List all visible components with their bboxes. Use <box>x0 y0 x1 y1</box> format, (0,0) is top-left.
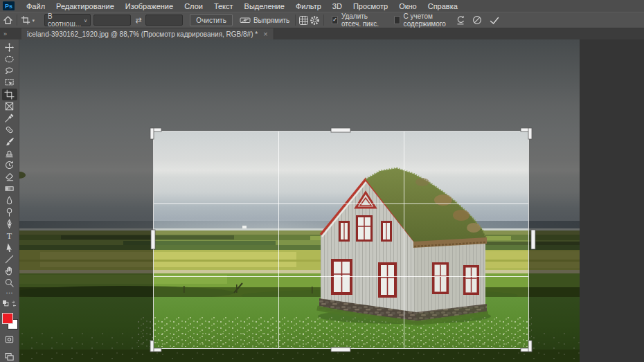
menu-view[interactable]: Просмотр <box>348 2 393 10</box>
dodge-tool[interactable] <box>2 206 17 218</box>
document-tab-bar: » iceland-3930162_1920.jpg @ 88,7% (Прос… <box>0 28 644 39</box>
crop-tool[interactable] <box>2 89 17 100</box>
object-selection-tool[interactable] <box>2 77 17 89</box>
foreground-color-swatch[interactable] <box>2 313 13 324</box>
chevron-down-icon: ▾ <box>32 18 35 23</box>
cancel-crop-icon[interactable] <box>472 15 482 25</box>
line-tool[interactable] <box>2 253 17 265</box>
hand-tool[interactable] <box>2 265 17 277</box>
quick-mask-tool[interactable] <box>2 334 17 345</box>
home-icon[interactable] <box>3 15 14 25</box>
history-brush-tool[interactable] <box>2 159 17 171</box>
clone-stamp-tool[interactable] <box>2 147 17 159</box>
menu-3d[interactable]: 3D <box>327 2 348 10</box>
straighten-button[interactable]: Выпрямить <box>240 16 289 24</box>
swap-dimensions-icon[interactable]: ⇄ <box>135 16 141 25</box>
menu-image[interactable]: Изображение <box>120 2 179 10</box>
crop-width-input[interactable] <box>93 15 131 26</box>
pen-tool[interactable] <box>2 218 17 230</box>
svg-text:T: T <box>7 231 12 241</box>
photoshop-logo: Ps <box>3 1 15 10</box>
content-aware-label: С учетом содержимого <box>404 12 450 28</box>
menu-select[interactable]: Выделение <box>239 2 290 10</box>
type-tool[interactable]: T <box>2 230 17 242</box>
clear-button[interactable]: Очистить <box>190 14 233 26</box>
separator <box>295 15 296 26</box>
move-tool[interactable] <box>2 42 17 53</box>
menu-layers[interactable]: Слои <box>179 2 208 10</box>
eyedropper-tool[interactable] <box>2 112 17 124</box>
document-image[interactable] <box>19 39 580 362</box>
document-tab-title: iceland-3930162_1920.jpg @ 88,7% (Просмо… <box>27 30 258 38</box>
crop-ratio-select[interactable]: В соотнош... ∨ <box>44 14 91 26</box>
content-aware-checkbox[interactable]: ✓ С учетом содержимого <box>394 12 450 28</box>
crop-height-input[interactable] <box>145 15 183 26</box>
canvas-area[interactable] <box>19 39 644 362</box>
reset-crop-icon[interactable] <box>456 15 465 25</box>
crop-tool-preset[interactable]: ▾ <box>21 15 35 25</box>
menu-filter[interactable]: Фильтр <box>290 2 327 10</box>
close-tab-icon[interactable]: × <box>263 30 267 38</box>
eraser-tool[interactable] <box>2 171 17 183</box>
frame-tool[interactable] <box>2 100 17 112</box>
chevron-down-icon: ∨ <box>84 18 87 23</box>
separator <box>17 15 17 26</box>
checkbox-icon: ✓ <box>332 16 338 24</box>
menu-bar: Ps Файл Редактирование Изображение Слои … <box>0 0 644 12</box>
separator <box>323 15 324 26</box>
menu-type[interactable]: Текст <box>208 2 239 10</box>
menu-file[interactable]: Файл <box>21 2 51 10</box>
marquee-tool[interactable] <box>2 53 17 65</box>
delete-cropped-pixels-checkbox[interactable]: ✓ Удалить отсеч. пикс. <box>332 12 383 28</box>
blur-tool[interactable] <box>2 194 17 206</box>
gradient-tool[interactable] <box>2 183 17 194</box>
crop-icon <box>21 15 30 25</box>
default-and-swap-colors-icon[interactable] <box>2 298 17 311</box>
path-selection-tool[interactable] <box>2 242 17 253</box>
workspace: T … <box>0 39 644 362</box>
straighten-level-icon <box>240 16 251 24</box>
spot-healing-brush-tool[interactable] <box>2 124 17 136</box>
checkbox-icon: ✓ <box>394 16 400 24</box>
delete-cropped-pixels-label: Удалить отсеч. пикс. <box>341 12 383 28</box>
edit-toolbar-ellipsis-icon[interactable]: … <box>6 289 13 296</box>
brush-tool[interactable] <box>2 136 17 147</box>
crop-ratio-value: В соотнош... <box>48 12 81 28</box>
screen-mode-tool[interactable] <box>2 351 17 362</box>
tools-panel: T … <box>0 39 19 362</box>
photoshop-window: Ps Файл Редактирование Изображение Слои … <box>0 0 644 362</box>
menu-window[interactable]: Окно <box>393 2 422 10</box>
options-bar: ▾ В соотнош... ∨ ⇄ Очистить Выпрямить <box>0 12 644 28</box>
tab-overflow-icon[interactable]: » <box>0 28 21 39</box>
color-swatches[interactable] <box>1 312 18 329</box>
lasso-tool[interactable] <box>2 65 17 77</box>
overlay-grid-icon[interactable] <box>298 15 310 26</box>
commit-crop-icon[interactable] <box>489 16 500 25</box>
menu-help[interactable]: Справка <box>422 2 463 10</box>
menu-edit[interactable]: Редактирование <box>51 2 120 10</box>
document-tab[interactable]: iceland-3930162_1920.jpg @ 88,7% (Просмо… <box>21 28 274 39</box>
straighten-label: Выпрямить <box>253 17 289 24</box>
crop-settings-gear-icon[interactable] <box>310 15 321 26</box>
